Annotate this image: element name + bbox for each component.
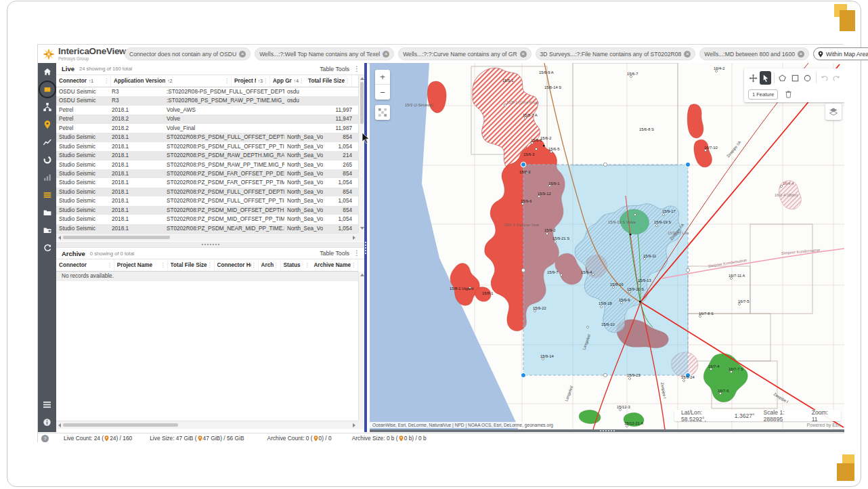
archive-vertical-scrollbar[interactable] xyxy=(358,272,364,421)
live-table-row[interactable]: OSDU Seismic R3 :ST0202R08-PS_PSDM_FULL_… xyxy=(56,87,358,96)
draw-polygon-button[interactable] xyxy=(777,71,788,85)
live-table-row[interactable]: Studio Seismic 2018.1 ST0202R08:PS_PSDM_… xyxy=(56,151,358,160)
live-vscroll-thumb[interactable] xyxy=(360,82,364,124)
column-kebab-icon[interactable]: ⋮ xyxy=(224,78,230,84)
layers-button[interactable] xyxy=(825,104,842,120)
live-hscroll-thumb[interactable] xyxy=(63,236,170,239)
live-table-row[interactable]: Petrel 2018.2 Volve 11,947 xyxy=(56,114,358,123)
filter-chip[interactable]: 3D Surveys...:?:File Name contains any o… xyxy=(536,47,696,60)
live-column-header[interactable]: Connector ↑1 ⋮ xyxy=(56,75,111,87)
scroll-right-icon[interactable] xyxy=(353,236,355,240)
live-table-body[interactable]: OSDU Seismic R3 :ST0202R08-PS_PSDM_FULL_… xyxy=(56,87,358,233)
feature-count-badge[interactable]: 1 Feature xyxy=(748,89,778,100)
archive-column-header[interactable]: Status ⋮ xyxy=(281,259,311,271)
scroll-left-icon[interactable] xyxy=(58,236,61,240)
live-table-tools-kebab-icon[interactable]: ⋮ xyxy=(353,66,360,72)
draw-circle-button[interactable] xyxy=(802,71,812,85)
panel-map-divider[interactable] xyxy=(364,63,367,432)
chip-close-icon[interactable]: × xyxy=(798,51,804,58)
live-table-row[interactable]: Studio Seismic 2018.1 ST0202R08:PZ_PSDM_… xyxy=(56,169,358,178)
map-canvas[interactable]: 15/3 (J-Struktur)15/6-9 A15/5-115/6-14 S… xyxy=(370,63,844,429)
scroll-down-icon[interactable] xyxy=(360,227,364,230)
chip-close-icon[interactable]: × xyxy=(520,51,527,58)
sidebar-item-pie-analytics[interactable] xyxy=(38,151,56,169)
scroll-up-icon[interactable] xyxy=(360,77,364,80)
sidebar-item-trends[interactable] xyxy=(38,133,56,151)
live-column-header[interactable]: App Group ↑4 ⋮ xyxy=(270,75,305,87)
archive-horizontal-scrollbar[interactable] xyxy=(56,421,358,429)
archive-column-header[interactable]: Project Name ⋮ xyxy=(114,259,168,271)
app-logo[interactable]: IntericaOneView Petrosys Group xyxy=(42,47,122,61)
column-kebab-icon[interactable]: ⋮ xyxy=(263,78,268,84)
filter-chip[interactable]: Connector does not contain any of OSDU × xyxy=(125,47,251,60)
pan-tool-button[interactable] xyxy=(747,71,758,85)
column-kebab-icon[interactable]: ⋮ xyxy=(107,262,112,268)
sidebar-item-bar-analytics[interactable] xyxy=(38,169,56,186)
live-table-row[interactable]: Studio Seismic 2018.1 ST0202R08:PZ_PSDM_… xyxy=(56,196,358,205)
column-kebab-icon[interactable]: ⋮ xyxy=(274,262,279,268)
live-table-row[interactable]: Studio Seismic 2018.1 ST0202R08:PZ_PSDM_… xyxy=(56,178,358,187)
undo-button[interactable] xyxy=(819,71,829,85)
trash-icon[interactable] xyxy=(785,90,792,98)
column-kebab-icon[interactable]: ⋮ xyxy=(299,78,304,84)
panel-splitter[interactable] xyxy=(56,242,364,247)
scroll-left-icon[interactable] xyxy=(58,423,61,427)
chip-close-icon[interactable]: × xyxy=(239,51,246,58)
sidebar-item-projects-selected[interactable] xyxy=(38,81,56,98)
live-column-header[interactable]: Application Version ↑2 ⋮ xyxy=(111,75,232,87)
column-kebab-icon[interactable]: ⋮ xyxy=(160,262,166,268)
live-table-row[interactable]: Petrel 2018.1 Volve_AWS 11,997 xyxy=(56,106,358,114)
archive-column-header[interactable]: Connector ⋮ xyxy=(56,259,114,271)
live-table-row[interactable]: Studio Seismic 2018.1 ST0202R08:PS_PSDM_… xyxy=(56,161,358,169)
draw-rectangle-button[interactable] xyxy=(789,71,800,85)
map-pane[interactable]: 15/3 (J-Struktur)15/6-9 A15/5-115/6-14 S… xyxy=(370,63,844,432)
archive-table-tools[interactable]: Table Tools ⋮ xyxy=(320,250,360,257)
archive-hscroll-thumb[interactable] xyxy=(63,423,178,427)
sidebar-item-sync[interactable] xyxy=(38,239,56,257)
column-kebab-icon[interactable]: ⋮ xyxy=(251,262,257,268)
column-kebab-icon[interactable]: ⋮ xyxy=(304,262,309,268)
map-bottom-resize-bar[interactable] xyxy=(370,429,844,432)
sidebar-item-connectors[interactable] xyxy=(38,98,56,116)
sidebar-menu-button[interactable] xyxy=(38,396,56,413)
zoom-out-button[interactable]: − xyxy=(375,85,390,100)
filter-chip[interactable]: Wells...:?:Well Top Name contains any of… xyxy=(255,47,394,60)
scroll-up-icon[interactable] xyxy=(360,274,364,276)
sidebar-item-seismic[interactable] xyxy=(38,186,56,204)
sidebar-info-button[interactable] xyxy=(38,413,56,431)
sidebar-item-map[interactable] xyxy=(38,116,56,133)
select-tool-button[interactable] xyxy=(760,71,771,85)
archive-table-tools-kebab-icon[interactable]: ⋮ xyxy=(353,250,360,257)
archive-column-header[interactable]: Archive Name ⋮ xyxy=(311,259,358,271)
live-column-header[interactable]: Total File Size ⋮ xyxy=(305,75,352,87)
sidebar-item-files[interactable] xyxy=(38,204,56,221)
live-table-row[interactable]: Studio Seismic 2018.1 ST0202R08:PS_PSDM_… xyxy=(56,133,358,142)
sidebar-item-add-files[interactable] xyxy=(38,221,56,239)
filter-chip[interactable]: Wells...:?:?:Curve Name contains any of … xyxy=(398,47,531,60)
sidebar-item-home[interactable] xyxy=(38,63,56,81)
live-table-row[interactable]: Studio Seismic 2018.1 ST0202R08:PZ_PSDM_… xyxy=(56,224,358,233)
column-kebab-icon[interactable]: ⋮ xyxy=(351,262,356,268)
live-vertical-scrollbar[interactable] xyxy=(358,75,364,233)
live-table-tools[interactable]: Table Tools ⋮ xyxy=(320,66,360,72)
live-table-row[interactable]: Petrel 2018.2 Volve_Final 11,987 xyxy=(56,124,358,133)
archive-column-header[interactable]: Connector Host ⋮ xyxy=(215,259,259,271)
filter-chip[interactable]: Within Map Area × xyxy=(813,47,868,60)
live-table-row[interactable]: Studio Seismic 2018.1 ST0202R08:PZ_PSDM_… xyxy=(56,188,358,196)
live-table-row[interactable]: Studio Seismic 2018.1 ST0202R08:PS_PSDM_… xyxy=(56,142,358,151)
live-column-header[interactable]: Project Name ↑3 ⋮ xyxy=(232,75,270,87)
archive-column-header[interactable]: Archived Time ⋮ xyxy=(259,259,281,271)
map-zoom-control[interactable]: + − xyxy=(375,70,390,100)
chip-close-icon[interactable]: × xyxy=(383,51,389,58)
scroll-right-icon[interactable] xyxy=(353,423,355,427)
redo-button[interactable] xyxy=(831,71,842,85)
live-horizontal-scrollbar[interactable] xyxy=(56,233,358,241)
chip-close-icon[interactable]: × xyxy=(684,51,691,58)
column-kebab-icon[interactable]: ⋮ xyxy=(207,262,213,268)
column-kebab-icon[interactable]: ⋮ xyxy=(104,78,109,84)
live-table-row[interactable]: OSDU Seismic R3 :ST0202R08_PS_PSDM_RAW_P… xyxy=(56,96,358,105)
basemap-button[interactable] xyxy=(375,105,390,120)
archive-column-header[interactable]: Total File Size ⋮ xyxy=(168,259,215,271)
help-icon[interactable]: ? xyxy=(41,435,49,442)
column-kebab-icon[interactable]: ⋮ xyxy=(345,78,350,84)
